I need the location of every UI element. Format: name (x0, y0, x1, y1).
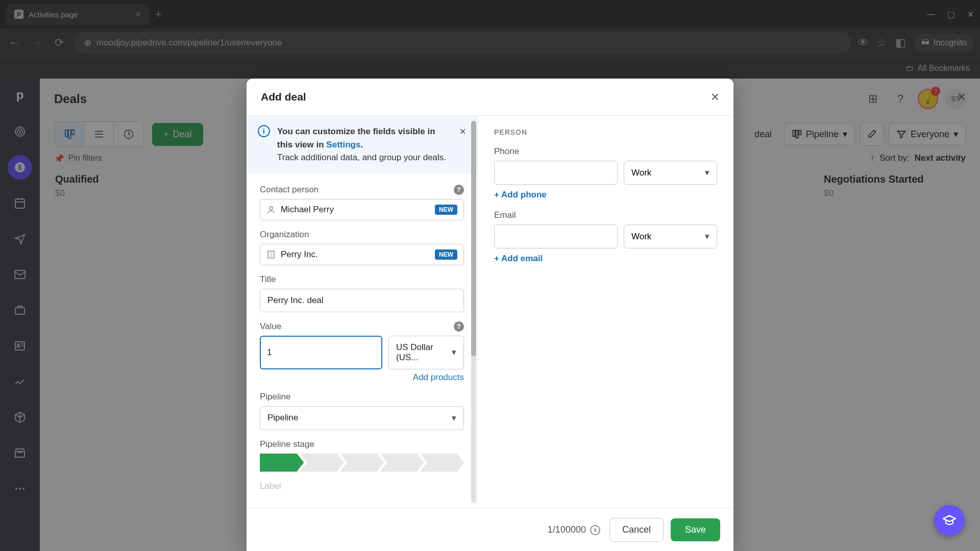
currency-value: US Dollar (US... (396, 342, 452, 363)
title-input[interactable] (260, 289, 464, 312)
info-close-icon[interactable]: × (459, 125, 466, 138)
modal-left-panel: i You can customize the fields visible i… (247, 116, 477, 508)
info-text: You can customize the fields visible in … (277, 125, 452, 164)
stage-2[interactable] (300, 454, 344, 472)
contact-person-value: Michael Perry (281, 205, 435, 215)
cancel-button[interactable]: Cancel (609, 518, 664, 542)
contact-person-input[interactable]: Michael Perry NEW (260, 199, 464, 220)
stage-4[interactable] (380, 454, 424, 472)
info-icon[interactable]: i (590, 525, 600, 535)
email-label: Email (494, 210, 717, 220)
contact-person-label: Contact person ? (260, 185, 464, 195)
email-type-select[interactable]: Work ▾ (624, 224, 717, 248)
email-type-value: Work (631, 232, 651, 242)
new-badge: NEW (435, 205, 457, 215)
organization-label: Organization (260, 230, 464, 240)
email-input[interactable] (494, 224, 618, 248)
add-email-link[interactable]: + Add email (494, 254, 543, 264)
modal-header: Add deal × (247, 79, 733, 115)
info-icon: i (258, 125, 270, 137)
save-button[interactable]: Save (671, 518, 720, 541)
pipeline-stage-selector (260, 454, 464, 472)
value-label: Value ? (260, 321, 464, 332)
new-badge: NEW (435, 249, 457, 260)
graduation-cap-icon (942, 513, 957, 528)
add-deal-modal: Add deal × i You can customize the field… (247, 79, 733, 551)
title-label: Title (260, 274, 464, 285)
svg-point-20 (270, 207, 273, 210)
phone-label: Phone (494, 146, 717, 157)
add-phone-link[interactable]: + Add phone (494, 190, 547, 200)
chevron-down-icon: ▾ (705, 231, 709, 242)
organization-value: Perry Inc. (281, 249, 435, 260)
info-banner: i You can customize the fields visible i… (247, 116, 477, 173)
chevron-down-icon: ▾ (452, 413, 456, 423)
stage-1[interactable] (260, 454, 304, 472)
person-section-title: PERSON (494, 128, 717, 136)
label-label: Label (260, 481, 464, 491)
person-icon (266, 205, 276, 214)
currency-select[interactable]: US Dollar (US... ▾ (388, 336, 464, 369)
organization-input[interactable]: Perry Inc. NEW (260, 244, 464, 265)
help-icon[interactable]: ? (454, 321, 464, 332)
pipeline-select[interactable]: Pipeline ▾ (260, 406, 464, 430)
help-fab[interactable] (934, 505, 965, 536)
pipeline-value: Pipeline (267, 413, 299, 423)
stage-3[interactable] (340, 454, 384, 472)
building-icon (266, 250, 276, 259)
pipeline-label: Pipeline (260, 392, 464, 402)
modal-right-panel: PERSON Phone Work ▾ + Add phone Email Wo… (477, 116, 733, 508)
settings-link[interactable]: Settings (326, 140, 360, 149)
modal-footer: 1/100000 i Cancel Save (247, 508, 733, 551)
phone-input[interactable] (494, 161, 618, 185)
chevron-down-icon: ▾ (705, 167, 709, 178)
chevron-down-icon: ▾ (452, 347, 456, 358)
help-icon[interactable]: ? (454, 185, 464, 195)
modal-close-icon[interactable]: × (711, 89, 719, 105)
character-count: 1/100000 i (548, 524, 600, 535)
stage-5[interactable] (420, 454, 464, 472)
phone-type-select[interactable]: Work ▾ (624, 161, 717, 185)
modal-title: Add deal (261, 91, 306, 103)
pipeline-stage-label: Pipeline stage (260, 439, 464, 449)
scrollbar-thumb[interactable] (471, 121, 476, 356)
value-amount-input[interactable] (260, 336, 382, 369)
phone-type-value: Work (631, 168, 651, 178)
add-products-link[interactable]: Add products (260, 372, 464, 383)
svg-rect-21 (268, 251, 274, 258)
